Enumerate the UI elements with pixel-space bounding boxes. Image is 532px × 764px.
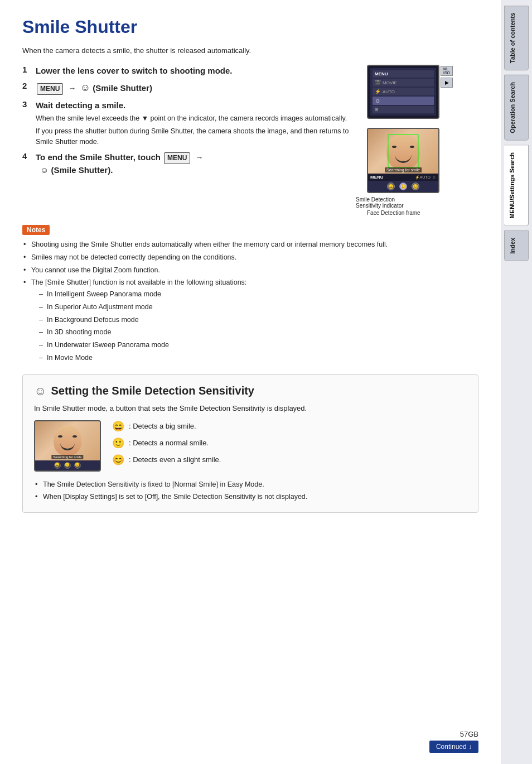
- big-smile-label: : Detects a big smile.: [129, 422, 196, 430]
- sub-note-4: In 3D shooting mode: [38, 326, 478, 339]
- page-wrapper: Smile Shutter When the camera detects a …: [0, 0, 532, 764]
- side-icons-1: MLISO ▶: [441, 66, 453, 88]
- s-left-eye: [58, 435, 62, 438]
- step-3-text: Wait detecting a smile.: [36, 99, 125, 111]
- smile-dot-2: 🙂: [399, 182, 407, 190]
- step-1-number: 1: [22, 65, 36, 74]
- step-2-label: (Smile Shutter): [93, 83, 152, 93]
- section-footer-notes: The Smile Detection Sensitivity is fixed…: [34, 478, 467, 504]
- intro-text: When the camera detects a smile, the shu…: [22, 46, 478, 55]
- camera-screen-2: Searching for smile MENU ⚡AUTO ☺ 😄: [367, 128, 439, 193]
- smile-detection-label: Smile Detection Sensitivity indicator: [356, 196, 478, 209]
- sensitivity-row-3: 😊 : Detects even a slight smile.: [112, 454, 467, 466]
- s-right-eye: [72, 435, 77, 438]
- section-note-2: When [Display Settings] is set to [Off],…: [34, 491, 467, 503]
- camera-top-icons: ⚡AUTO ☺: [415, 175, 436, 180]
- menu-button-4: MENU: [164, 152, 190, 164]
- camera-images: MENU 🎬MOVIE ⚡AUTO ☺: [367, 65, 478, 216]
- steps-left: 1 Lower the lens cover to switch to shoo…: [22, 65, 356, 216]
- sensitivity-face-area: Searching for smile: [35, 421, 100, 460]
- s-mouth: [60, 443, 75, 450]
- sub-note-5: In Underwater iSweep Panorama mode: [38, 339, 478, 352]
- camera-ui-1: MENU 🎬MOVIE ⚡AUTO ☺: [367, 65, 478, 119]
- sensitivity-face-inner: Searching for smile: [35, 421, 100, 460]
- arrow-4: →: [196, 153, 204, 162]
- searching-label: Searching for smile: [385, 167, 422, 172]
- page-footer: 57GB Continued ↓: [429, 730, 478, 753]
- s-searching-label: Searching for smile: [51, 455, 83, 459]
- sidebar: Table of contents Operation Search MENU/…: [501, 0, 532, 764]
- slight-smile-icon: 😊: [112, 454, 124, 466]
- page-number: 57GB: [460, 730, 478, 738]
- side-icon-play: ▶: [441, 78, 453, 88]
- sensitivity-layout: Searching for smile 😄 🙂 😊 😄 : Detects a …: [34, 420, 467, 472]
- smile-dot-3: 😊: [412, 182, 419, 190]
- step-4-icon: ☺ (Smile Shutter).: [40, 165, 113, 175]
- step-1: 1 Lower the lens cover to switch to shoo…: [22, 65, 356, 76]
- notes-section: Notes Shooting using the Smile Shutter e…: [22, 225, 478, 366]
- notes-list: Shooting using the Smile Shutter ends au…: [22, 238, 478, 366]
- camera-menu-ui: MENU 🎬MOVIE ⚡AUTO ☺: [370, 68, 436, 116]
- step-3: 3 Wait detecting a smile. When the smile…: [22, 99, 356, 147]
- menu-item-mode: ⊞: [373, 106, 434, 113]
- camera-screen-1: MENU 🎬MOVIE ⚡AUTO ☺: [367, 65, 439, 119]
- continued-button[interactable]: Continued ↓: [429, 741, 478, 753]
- normal-smile-icon: 🙂: [112, 437, 124, 449]
- step-3-number: 3: [22, 99, 36, 109]
- sensitivity-items: 😄 : Detects a big smile. 🙂 : Detects a n…: [112, 420, 467, 470]
- step-4: 4 To end the Smile Shutter, touch MENU →…: [22, 151, 356, 176]
- sensitivity-title: ☺ Setting the Smile Detection Sensitivit…: [34, 384, 467, 398]
- step-2-text: MENU → ☺ (Smile Shutter): [36, 81, 152, 95]
- camera-top-bar: MENU ⚡AUTO ☺: [368, 174, 438, 181]
- sensitivity-row-2: 🙂 : Detects a normal smile.: [112, 437, 467, 449]
- bottom-bar-2: 😄 🙂 😊: [368, 181, 438, 192]
- sensitivity-title-icon: ☺: [34, 384, 46, 398]
- side-icon-mliso: MLISO: [441, 66, 453, 76]
- section-note-1: The Smile Detection Sensitivity is fixed…: [34, 478, 467, 491]
- sensitivity-intro: In Smile Shutter mode, a button that set…: [34, 404, 467, 412]
- s-dot-1: 😄: [54, 462, 61, 469]
- menu-item-flash: ⚡AUTO: [373, 88, 434, 95]
- big-smile-icon: 😄: [112, 420, 124, 433]
- main-content: Smile Shutter When the camera detects a …: [0, 0, 501, 764]
- note-item-4: The [Smile Shutter] function is not avai…: [22, 276, 478, 365]
- step-3-detail-2: If you press the shutter button during S…: [36, 126, 356, 147]
- note-item-3: You cannot use the Digital Zoom function…: [22, 264, 478, 277]
- arrow-2: →: [69, 84, 76, 93]
- step-1-text: Lower the lens cover to switch to shooti…: [36, 65, 233, 76]
- face-detection-box: [388, 134, 419, 168]
- page-title: Smile Shutter: [22, 17, 478, 37]
- step-4-number: 4: [22, 151, 36, 161]
- sidebar-tab-index[interactable]: Index: [504, 230, 529, 261]
- sensitivity-face-shape: [54, 425, 81, 456]
- face-detection-label: Face Detection frame: [367, 210, 478, 216]
- sub-note-2: In Superior Auto Adjustment mode: [38, 301, 478, 314]
- camera-ui-2-wrapper: Searching for smile MENU ⚡AUTO ☺ 😄: [367, 128, 478, 216]
- sidebar-tab-table-of-contents[interactable]: Table of contents: [504, 6, 529, 70]
- notes-sub-list: In Intelligent Sweep Panorama mode In Su…: [38, 288, 478, 364]
- sub-note-1: In Intelligent Sweep Panorama mode: [38, 288, 478, 301]
- sub-note-3: In Background Defocus mode: [38, 314, 478, 326]
- menu-button-2: MENU: [37, 83, 63, 95]
- sensitivity-row-1: 😄 : Detects a big smile.: [112, 420, 467, 433]
- s-dot-2: 🙂: [64, 462, 71, 469]
- menu-item-menu: MENU: [373, 70, 434, 78]
- note-item-2: Smiles may not be detected correctly dep…: [22, 251, 478, 264]
- step-3-detail-1: When the smile level exceeds the ▼ point…: [36, 113, 356, 124]
- sidebar-tab-menu-settings[interactable]: MENU/Settings Search: [504, 145, 529, 226]
- sensitivity-section: ☺ Setting the Smile Detection Sensitivit…: [22, 374, 478, 513]
- sidebar-tab-operation-search[interactable]: Operation Search: [504, 75, 529, 141]
- face-area: Searching for smile: [368, 129, 438, 174]
- step-4-text: To end the Smile Shutter, touch MENU → ☺…: [36, 151, 205, 176]
- section-notes-list: The Smile Detection Sensitivity is fixed…: [34, 478, 467, 504]
- step-2-number: 2: [22, 81, 36, 90]
- sensitivity-image: Searching for smile 😄 🙂 😊: [34, 420, 101, 472]
- camera-menu-row: MENU 🎬MOVIE ⚡AUTO ☺: [373, 70, 434, 113]
- steps-container: 1 Lower the lens cover to switch to shoo…: [22, 65, 478, 216]
- camera-labels: Smile Detection Sensitivity indicator Fa…: [356, 196, 478, 216]
- sub-note-6: In Movie Mode: [38, 352, 478, 364]
- notes-badge: Notes: [22, 225, 50, 235]
- smile-icon-2: ☺: [80, 82, 90, 93]
- menu-item-movie: 🎬MOVIE: [373, 79, 434, 87]
- sensitivity-bottom-bar: 😄 🙂 😊: [35, 460, 100, 470]
